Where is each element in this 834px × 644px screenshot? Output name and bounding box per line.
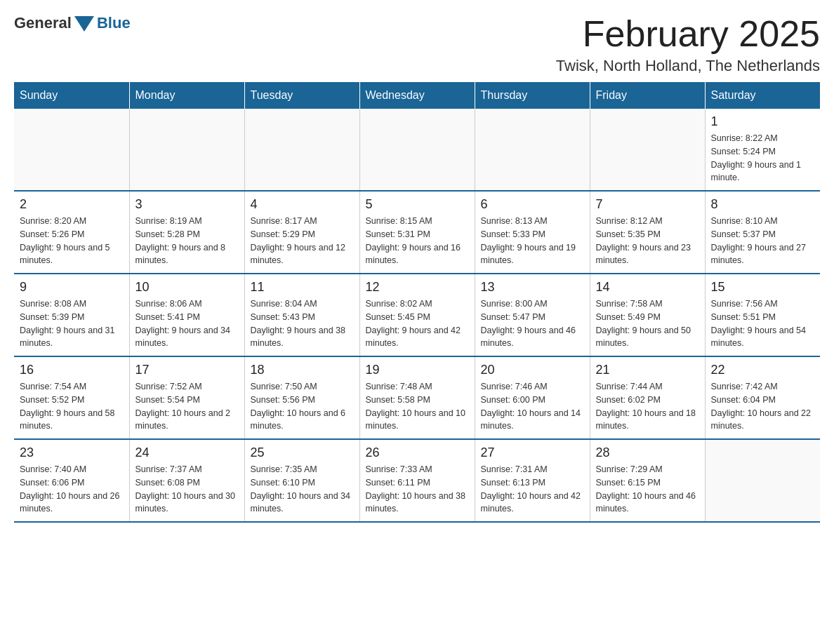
logo-general-text: General xyxy=(14,14,72,32)
header-saturday: Saturday xyxy=(705,82,820,109)
calendar-cell: 19Sunrise: 7:48 AMSunset: 5:58 PMDayligh… xyxy=(359,356,475,439)
day-number: 24 xyxy=(135,445,239,460)
calendar-cell: 27Sunrise: 7:31 AMSunset: 6:13 PMDayligh… xyxy=(475,439,590,522)
logo-triangle-icon xyxy=(74,16,94,32)
header-monday: Monday xyxy=(129,82,244,109)
logo: General Blue xyxy=(14,14,131,32)
day-number: 13 xyxy=(481,280,584,295)
day-info: Sunrise: 8:15 AMSunset: 5:31 PMDaylight:… xyxy=(366,215,469,267)
calendar-cell: 1Sunrise: 8:22 AMSunset: 5:24 PMDaylight… xyxy=(705,109,820,191)
day-info: Sunrise: 7:42 AMSunset: 6:04 PMDaylight:… xyxy=(711,380,815,433)
day-number: 8 xyxy=(711,197,815,212)
day-info: Sunrise: 8:17 AMSunset: 5:29 PMDaylight:… xyxy=(251,215,354,267)
calendar-cell: 13Sunrise: 8:00 AMSunset: 5:47 PMDayligh… xyxy=(475,274,590,356)
day-info: Sunrise: 7:37 AMSunset: 6:08 PMDaylight:… xyxy=(135,463,239,516)
day-info: Sunrise: 8:10 AMSunset: 5:37 PMDaylight:… xyxy=(711,215,815,267)
calendar-cell: 24Sunrise: 7:37 AMSunset: 6:08 PMDayligh… xyxy=(129,439,244,522)
calendar-cell: 12Sunrise: 8:02 AMSunset: 5:45 PMDayligh… xyxy=(359,274,475,356)
title-section: February 2025 Twisk, North Holland, The … xyxy=(556,14,820,75)
calendar-cell xyxy=(475,109,590,191)
calendar-cell xyxy=(705,439,820,522)
day-number: 22 xyxy=(711,363,815,377)
calendar-cell xyxy=(590,109,705,191)
day-number: 14 xyxy=(596,280,699,295)
day-number: 10 xyxy=(135,280,239,295)
calendar-cell: 21Sunrise: 7:44 AMSunset: 6:02 PMDayligh… xyxy=(590,356,705,439)
calendar-cell: 15Sunrise: 7:56 AMSunset: 5:51 PMDayligh… xyxy=(705,274,820,356)
calendar-cell: 4Sunrise: 8:17 AMSunset: 5:29 PMDaylight… xyxy=(244,191,359,274)
calendar-week-row: 1Sunrise: 8:22 AMSunset: 5:24 PMDaylight… xyxy=(14,109,820,191)
day-number: 1 xyxy=(711,114,815,129)
day-info: Sunrise: 7:44 AMSunset: 6:02 PMDaylight:… xyxy=(596,380,699,433)
calendar-title: February 2025 xyxy=(556,14,820,54)
day-info: Sunrise: 8:12 AMSunset: 5:35 PMDaylight:… xyxy=(596,215,699,267)
header-wednesday: Wednesday xyxy=(359,82,475,109)
calendar-cell: 14Sunrise: 7:58 AMSunset: 5:49 PMDayligh… xyxy=(590,274,705,356)
calendar-cell: 26Sunrise: 7:33 AMSunset: 6:11 PMDayligh… xyxy=(359,439,475,522)
calendar-week-row: 9Sunrise: 8:08 AMSunset: 5:39 PMDaylight… xyxy=(14,274,820,356)
calendar-cell: 10Sunrise: 8:06 AMSunset: 5:41 PMDayligh… xyxy=(129,274,244,356)
calendar-cell: 16Sunrise: 7:54 AMSunset: 5:52 PMDayligh… xyxy=(14,356,129,439)
page-header: General Blue February 2025 Twisk, North … xyxy=(14,14,820,75)
calendar-header-row: Sunday Monday Tuesday Wednesday Thursday… xyxy=(14,82,820,109)
calendar-cell xyxy=(129,109,244,191)
day-number: 21 xyxy=(596,363,699,377)
header-thursday: Thursday xyxy=(475,82,590,109)
day-number: 7 xyxy=(596,197,699,212)
day-info: Sunrise: 7:29 AMSunset: 6:15 PMDaylight:… xyxy=(596,463,699,516)
calendar-cell: 2Sunrise: 8:20 AMSunset: 5:26 PMDaylight… xyxy=(14,191,129,274)
calendar-cell xyxy=(244,109,359,191)
day-number: 16 xyxy=(20,363,124,377)
day-number: 5 xyxy=(366,197,469,212)
day-number: 2 xyxy=(20,197,124,212)
day-info: Sunrise: 7:48 AMSunset: 5:58 PMDaylight:… xyxy=(366,380,469,433)
calendar-cell: 25Sunrise: 7:35 AMSunset: 6:10 PMDayligh… xyxy=(244,439,359,522)
day-number: 17 xyxy=(135,363,239,377)
calendar-cell: 7Sunrise: 8:12 AMSunset: 5:35 PMDaylight… xyxy=(590,191,705,274)
day-number: 25 xyxy=(251,445,354,460)
day-number: 9 xyxy=(20,280,124,295)
day-info: Sunrise: 7:56 AMSunset: 5:51 PMDaylight:… xyxy=(711,297,815,350)
day-info: Sunrise: 8:22 AMSunset: 5:24 PMDaylight:… xyxy=(711,132,815,185)
day-info: Sunrise: 7:50 AMSunset: 5:56 PMDaylight:… xyxy=(251,380,354,433)
day-info: Sunrise: 7:33 AMSunset: 6:11 PMDaylight:… xyxy=(366,463,469,516)
calendar-subtitle: Twisk, North Holland, The Netherlands xyxy=(556,57,820,75)
header-friday: Friday xyxy=(590,82,705,109)
header-tuesday: Tuesday xyxy=(244,82,359,109)
calendar-cell: 11Sunrise: 8:04 AMSunset: 5:43 PMDayligh… xyxy=(244,274,359,356)
calendar-week-row: 2Sunrise: 8:20 AMSunset: 5:26 PMDaylight… xyxy=(14,191,820,274)
calendar-cell xyxy=(14,109,129,191)
day-info: Sunrise: 7:46 AMSunset: 6:00 PMDaylight:… xyxy=(481,380,584,433)
calendar-cell: 9Sunrise: 8:08 AMSunset: 5:39 PMDaylight… xyxy=(14,274,129,356)
day-number: 18 xyxy=(251,363,354,377)
day-info: Sunrise: 8:13 AMSunset: 5:33 PMDaylight:… xyxy=(481,215,584,267)
day-number: 20 xyxy=(481,363,584,377)
calendar-week-row: 23Sunrise: 7:40 AMSunset: 6:06 PMDayligh… xyxy=(14,439,820,522)
header-sunday: Sunday xyxy=(14,82,129,109)
day-number: 4 xyxy=(251,197,354,212)
logo-blue-text: Blue xyxy=(97,14,131,32)
day-number: 19 xyxy=(366,363,469,377)
calendar-cell: 28Sunrise: 7:29 AMSunset: 6:15 PMDayligh… xyxy=(590,439,705,522)
calendar-table: Sunday Monday Tuesday Wednesday Thursday… xyxy=(14,82,820,523)
day-info: Sunrise: 8:04 AMSunset: 5:43 PMDaylight:… xyxy=(251,297,354,350)
calendar-cell: 23Sunrise: 7:40 AMSunset: 6:06 PMDayligh… xyxy=(14,439,129,522)
calendar-cell: 6Sunrise: 8:13 AMSunset: 5:33 PMDaylight… xyxy=(475,191,590,274)
day-info: Sunrise: 7:54 AMSunset: 5:52 PMDaylight:… xyxy=(20,380,124,433)
day-number: 3 xyxy=(135,197,239,212)
calendar-cell xyxy=(359,109,475,191)
day-number: 12 xyxy=(366,280,469,295)
calendar-cell: 18Sunrise: 7:50 AMSunset: 5:56 PMDayligh… xyxy=(244,356,359,439)
calendar-cell: 17Sunrise: 7:52 AMSunset: 5:54 PMDayligh… xyxy=(129,356,244,439)
day-number: 6 xyxy=(481,197,584,212)
day-info: Sunrise: 8:19 AMSunset: 5:28 PMDaylight:… xyxy=(135,215,239,267)
day-info: Sunrise: 8:06 AMSunset: 5:41 PMDaylight:… xyxy=(135,297,239,350)
day-info: Sunrise: 8:02 AMSunset: 5:45 PMDaylight:… xyxy=(366,297,469,350)
day-info: Sunrise: 7:52 AMSunset: 5:54 PMDaylight:… xyxy=(135,380,239,433)
calendar-week-row: 16Sunrise: 7:54 AMSunset: 5:52 PMDayligh… xyxy=(14,356,820,439)
day-info: Sunrise: 8:20 AMSunset: 5:26 PMDaylight:… xyxy=(20,215,124,267)
day-number: 28 xyxy=(596,445,699,460)
day-info: Sunrise: 7:40 AMSunset: 6:06 PMDaylight:… xyxy=(20,463,124,516)
day-number: 27 xyxy=(481,445,584,460)
day-info: Sunrise: 7:58 AMSunset: 5:49 PMDaylight:… xyxy=(596,297,699,350)
